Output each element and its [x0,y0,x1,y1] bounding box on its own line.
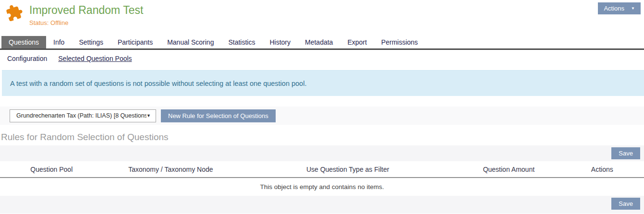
info-message-box: A test with a random set of questions is… [2,70,644,96]
tab-participants[interactable]: Participants [110,36,160,48]
select-caret-icon: ▼ [146,113,151,118]
empty-message: This object is empty and contains no ite… [260,183,384,190]
page-title: Improved Random Test [29,3,143,17]
table-empty-row: This object is empty and contains no ite… [0,178,644,196]
rules-section-title: Rules for Random Selection of Questions [1,132,644,144]
toolbar: Grundrechenarten Tax (Path: ILIAS) [8 Qu… [0,107,644,125]
tab-export[interactable]: Export [340,36,374,48]
chevron-down-icon: ▼ [631,7,635,11]
tab-settings[interactable]: Settings [72,36,110,48]
column-header-question-type-filter: Use Question Type as Filter [238,166,457,173]
info-message-text: A test with a random set of questions is… [10,80,306,87]
main-tabbar: Questions Info Settings Participants Man… [0,37,644,50]
save-button-top[interactable]: Save [611,147,640,159]
column-header-question-pool: Question Pool [0,166,103,173]
actions-button-label: Actions [604,5,624,12]
tab-metadata[interactable]: Metadata [298,36,340,48]
status-badge: Status: Offline [29,19,143,26]
actions-button[interactable]: Actions ▼ [598,2,641,14]
table-header-row: Question Pool Taxonomy / Taxonomy Node U… [0,161,644,178]
column-header-question-amount: Question Amount [457,166,560,173]
tab-statistics[interactable]: Statistics [221,36,262,48]
question-pool-select-value: Grundrechenarten Tax (Path: ILIAS) [8 Qu… [16,112,146,119]
table-top-bar: Save [0,145,644,161]
tab-manual-scoring[interactable]: Manual Scoring [160,36,221,48]
column-header-actions: Actions [560,166,644,173]
save-button-bottom[interactable]: Save [611,198,640,210]
tab-history[interactable]: History [262,36,298,48]
tab-questions[interactable]: Questions [1,36,46,48]
question-pool-select[interactable]: Grundrechenarten Tax (Path: ILIAS) [8 Qu… [10,109,156,122]
subtab-configuration[interactable]: Configuration [7,55,47,64]
sub-tabbar: Configuration Selected Question Pools [0,50,644,64]
table-bottom-bar: Save [0,196,644,214]
subtab-selected-question-pools[interactable]: Selected Question Pools [58,55,132,64]
puzzle-icon [3,1,25,23]
tab-permissions[interactable]: Permissions [374,36,425,48]
tab-info[interactable]: Info [46,36,72,48]
page-header: Improved Random Test Status: Offline Act… [0,0,644,37]
new-rule-button[interactable]: New Rule for Selection of Questions [161,109,276,122]
column-header-taxonomy: Taxonomy / Taxonomy Node [103,166,239,173]
